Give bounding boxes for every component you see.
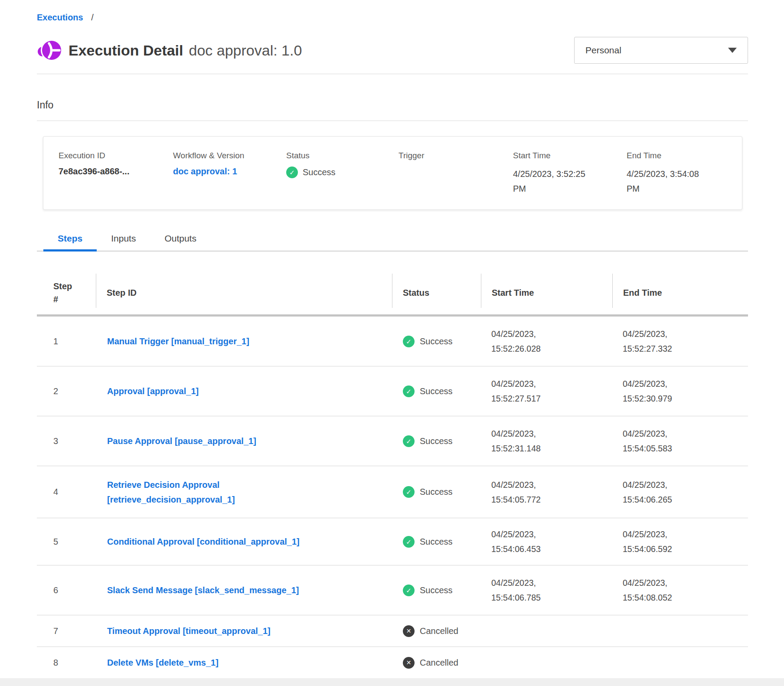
start-time-label: Start Time [513, 151, 627, 160]
status-icon [403, 657, 415, 669]
start-time-cell: 04/25/2023, 15:54:06.453 [481, 527, 612, 556]
status-icon [403, 486, 415, 498]
col-step-id: Step ID [96, 271, 392, 314]
page-bottom-strip [0, 678, 784, 686]
step-id-link[interactable]: Retrieve Decision Approval [retrieve_dec… [107, 477, 348, 507]
start-time-cell: 04/25/2023, 15:54:05.772 [481, 477, 612, 507]
step-number-cell: 5 [37, 537, 96, 547]
start-time-cell: 04/25/2023, 15:52:31.148 [481, 426, 612, 456]
table-row: 1 Manual Trigger [manual_trigger_1] Succ… [37, 317, 748, 366]
status-cell: Cancelled [392, 657, 481, 669]
status-cell: Success [392, 435, 481, 447]
status-cell: Success [392, 486, 481, 498]
table-row: 4 Retrieve Decision Approval [retrieve_d… [37, 466, 748, 518]
status-text: Cancelled [420, 626, 458, 636]
status-value: Success [303, 167, 336, 177]
breadcrumb-executions-link[interactable]: Executions [37, 13, 83, 22]
table-row: 3 Pause Approval [pause_approval_1] Succ… [37, 416, 748, 466]
status-icon [403, 625, 415, 637]
start-time-cell: 04/25/2023, 15:54:06.785 [481, 575, 612, 605]
step-id-link[interactable]: Conditional Approval [conditional_approv… [107, 534, 300, 549]
end-time-cell: 04/25/2023, 15:54:06.592 [612, 527, 748, 556]
chevron-down-icon [728, 48, 737, 53]
scope-dropdown[interactable]: Personal [574, 37, 748, 64]
status-text: Success [420, 436, 453, 446]
info-field-status: Status Success [286, 151, 399, 209]
step-id-link[interactable]: Slack Send Message [slack_send_message_1… [107, 583, 299, 598]
page-title: Execution Detail [69, 42, 183, 59]
steps-table: Step # Step ID Status Start Time End Tim… [37, 271, 748, 679]
table-row: 7 Timeout Approval [timeout_approval_1] … [37, 615, 748, 647]
status-icon [403, 435, 415, 447]
step-number-cell: 7 [37, 626, 96, 636]
end-time-cell: 04/25/2023, 15:54:08.052 [612, 575, 748, 605]
breadcrumb: Executions / [37, 0, 748, 23]
step-number-cell: 3 [37, 436, 96, 446]
col-end-time: End Time [612, 271, 748, 314]
breadcrumb-separator: / [91, 13, 94, 22]
info-card: Execution ID 7e8ac396-a868-... Workflow … [43, 136, 742, 210]
info-field-end-time: End Time 4/25/2023, 3:54:08 PM [627, 151, 742, 209]
col-step-number: Step # [37, 271, 96, 314]
execution-id-label: Execution ID [59, 151, 173, 160]
status-text: Success [420, 537, 453, 547]
step-number-cell: 8 [37, 658, 96, 668]
col-status: Status [392, 271, 481, 314]
status-icon [403, 585, 415, 596]
step-number-cell: 2 [37, 386, 96, 396]
status-text: Success [420, 585, 453, 595]
tab-inputs[interactable]: Inputs [97, 232, 150, 251]
tab-bar: Steps Inputs Outputs [37, 232, 748, 252]
status-text: Success [420, 386, 453, 396]
step-id-link[interactable]: Timeout Approval [timeout_approval_1] [107, 624, 271, 638]
page-header: Execution Detail doc approval: 1.0 Perso… [37, 36, 748, 64]
status-icon [403, 536, 415, 548]
table-row: 8 Delete VMs [delete_vms_1] Cancelled [37, 647, 748, 679]
info-field-start-time: Start Time 4/25/2023, 3:52:25 PM [513, 151, 627, 209]
start-time-value: 4/25/2023, 3:52:25 PM [513, 167, 600, 196]
status-cell: Success [392, 336, 481, 347]
table-row: 5 Conditional Approval [conditional_appr… [37, 518, 748, 565]
step-id-link[interactable]: Approval [approval_1] [107, 384, 199, 399]
workflow-version-label: Workflow & Version [173, 151, 286, 160]
steps-table-header: Step # Step ID Status Start Time End Tim… [37, 271, 748, 317]
step-id-link[interactable]: Delete VMs [delete_vms_1] [107, 655, 219, 670]
success-status-icon [286, 167, 298, 178]
workflow-version-link[interactable]: doc approval: 1 [173, 167, 237, 176]
info-field-trigger: Trigger [399, 151, 513, 209]
scope-dropdown-value: Personal [585, 45, 621, 56]
end-time-cell: 04/25/2023, 15:52:30.979 [612, 376, 748, 406]
status-icon [403, 336, 415, 347]
page-subtitle: doc approval: 1.0 [189, 42, 302, 59]
table-row: 6 Slack Send Message [slack_send_message… [37, 565, 748, 615]
trigger-label: Trigger [399, 151, 513, 160]
status-cell: Success [392, 385, 481, 397]
step-number-cell: 1 [37, 336, 96, 346]
end-time-value: 4/25/2023, 3:54:08 PM [627, 167, 713, 196]
tab-outputs[interactable]: Outputs [150, 232, 211, 251]
execution-detail-page: Executions / Execution Detail doc approv… [0, 0, 784, 679]
start-time-cell: 04/25/2023, 15:52:27.517 [481, 376, 612, 406]
step-number-cell: 6 [37, 585, 96, 595]
col-start-time: Start Time [481, 271, 612, 314]
end-time-cell: 04/25/2023, 15:54:05.583 [612, 426, 748, 456]
status-text: Success [420, 487, 453, 497]
step-id-link[interactable]: Manual Trigger [manual_trigger_1] [107, 334, 249, 349]
status-cell: Success [392, 536, 481, 548]
status-text: Success [420, 336, 453, 346]
status-icon [403, 385, 415, 397]
info-divider [37, 121, 748, 121]
end-time-cell: 04/25/2023, 15:52:27.332 [612, 327, 748, 356]
info-field-workflow-version: Workflow & Version doc approval: 1 [173, 151, 286, 209]
start-time-cell: 04/25/2023, 15:52:26.028 [481, 327, 612, 356]
end-time-label: End Time [627, 151, 742, 160]
tab-steps[interactable]: Steps [43, 232, 97, 252]
header-divider [37, 74, 748, 74]
info-field-execution-id: Execution ID 7e8ac396-a868-... [59, 151, 173, 209]
step-number-cell: 4 [37, 487, 96, 497]
status-cell: Cancelled [392, 625, 481, 637]
step-id-link[interactable]: Pause Approval [pause_approval_1] [107, 434, 256, 448]
status-text: Cancelled [420, 658, 458, 668]
info-heading: Info [37, 98, 748, 111]
table-row: 2 Approval [approval_1] Success 04/25/20… [37, 366, 748, 416]
